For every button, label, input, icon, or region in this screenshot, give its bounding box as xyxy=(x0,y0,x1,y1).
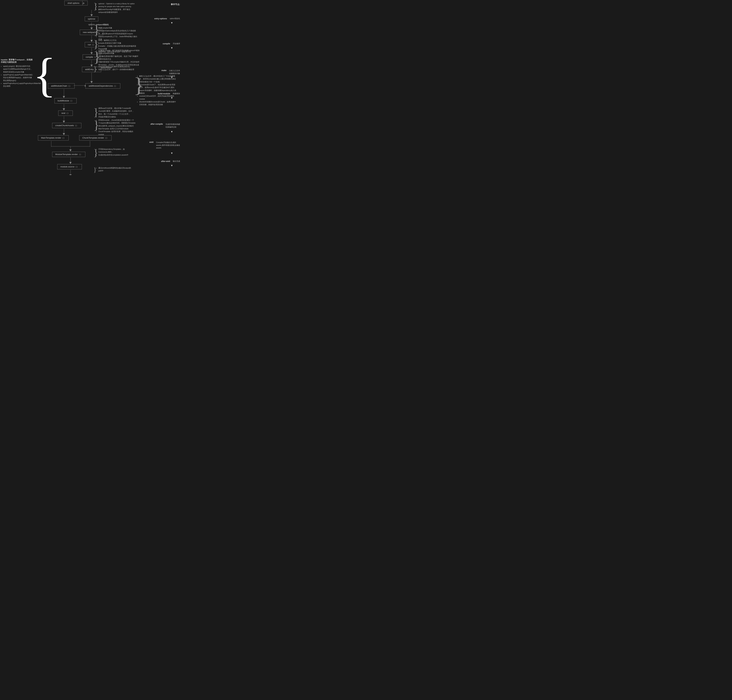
event-val-compile: 开始编译 xyxy=(173,43,180,45)
desc-webpack: webpack初始化 构建compiler对象 WebpackOptionsAp… xyxy=(96,24,139,41)
moduletemplate-box: ModuleTemplate.render（） xyxy=(52,152,85,157)
shell-options-box: shell options xyxy=(64,1,82,6)
arrow-10 xyxy=(63,133,65,135)
arrow-9 xyxy=(63,121,65,123)
vline-10 xyxy=(64,129,64,134)
event-emit: emit Compiler开始输出生成的assets,插件有最后的机会修改ass… xyxy=(149,141,180,149)
buildmodule-box: buildModule（） xyxy=(54,98,77,103)
event-after-compile: after-compile 完成所有模块构建结束编译过程 xyxy=(150,123,180,128)
desc-addentry: compile中触发make事件并调用addEntry 找到入口js文件，进行下… xyxy=(96,65,134,71)
addmodulechain-box: addModuleChain（） xyxy=(48,83,75,88)
event-key-entry: entry-options xyxy=(154,18,167,20)
desc-moduletemplate: 不同的dependencyTemplates，如CommonJs,AMD... … xyxy=(96,148,134,156)
vline-8 xyxy=(64,104,64,109)
chunktemplate-box: ChunkTemplate.render（） xyxy=(79,135,112,141)
tapable-item-3: applyPluginsAsync(),applyPluginsAsyncWat… xyxy=(3,82,33,88)
event-compile: compile 开始编译 xyxy=(163,43,180,45)
arrow-6 xyxy=(90,81,93,83)
arrow-13 xyxy=(69,174,72,175)
arrow-event-5: ▼ xyxy=(171,130,173,133)
desc-addmoduledep: 解析入口js文件，通过对应的工厂方法创建模块，保存到compilation象上(… xyxy=(137,75,177,106)
event-key-aftercompile: after-compile xyxy=(150,123,163,125)
big-left-brace: { xyxy=(33,51,56,99)
event-key-emit: emit xyxy=(149,141,153,143)
tapable-block: tapable: 贯穿整个webpack，实现插件绑定与调用的库 apply()… xyxy=(1,59,33,88)
events-title: 事件节点: xyxy=(171,3,180,6)
event-entry-options: entry-options option初始化 xyxy=(154,17,180,20)
arrow-event-1: ▼ xyxy=(171,21,173,24)
arrow-4 xyxy=(90,52,93,54)
arrow-7 xyxy=(63,96,65,98)
optimist-box: optimist xyxy=(85,16,98,21)
desc-optimist: optimist：Optimist is a node.js library f… xyxy=(96,2,137,14)
arrow-11 xyxy=(69,149,72,151)
event-key-compile: compile xyxy=(163,43,170,45)
arrow-event-4: ▼ xyxy=(171,97,173,100)
event-val-entry: option初始化 xyxy=(169,17,180,20)
tapable-item-1: apply(),plugin(): 通过各自插件中的apply方法调用tapab… xyxy=(3,65,33,74)
event-val-emit: Compiler开始输出生成的assets,插件有最后的机会修改assets xyxy=(156,141,180,149)
arrow-2 xyxy=(90,28,93,29)
main-container: webpack.config.js shell options } optimi… xyxy=(0,0,183,7)
desc-modulesource: 通过emitAssets将最终的js输出到output的path中 xyxy=(96,166,134,172)
event-build-module: build-module 构建模块 xyxy=(158,93,180,95)
addmoduledependencies-box: addModuleDependencies（） xyxy=(85,83,120,88)
tapable-item-2: applyPlugins(),applyPluginsWaterfall(): … xyxy=(3,74,33,82)
event-make: make 分析入口文件创建模块对象 xyxy=(161,69,180,75)
vline-7 xyxy=(64,89,64,97)
desc-seal: 调用seal方法封装，逐次对每个module和chunk进行整理，生成编译后的源… xyxy=(96,107,134,118)
desc-chunkassets: 所有的module，chunk仍然保存的是通过一个个require()聚合起来的… xyxy=(96,119,136,136)
vline-9 xyxy=(64,116,64,121)
event-key-make: make xyxy=(161,69,166,72)
arrow-8 xyxy=(63,108,65,110)
arrow-event-7: ▼ xyxy=(171,164,173,167)
event-key-buildmodule: build-module xyxy=(158,93,170,95)
hline-connect xyxy=(51,146,90,147)
arrow-event-3: ▼ xyxy=(171,76,173,79)
maintemplate-box: MainTemplate.render（） xyxy=(38,135,69,141)
arrow-event-2: ▼ xyxy=(171,47,173,50)
event-val-make: 分析入口文件创建模块对象 xyxy=(169,69,180,75)
event-val-aftercompile: 完成所有模块构建结束编译过程 xyxy=(165,123,180,128)
createchunkassets-box: createChunkAssets（） xyxy=(52,123,81,128)
arrow-3 xyxy=(90,40,93,42)
tapable-title: tapable: 贯穿整个webpack，实现插件绑定与调用的库 xyxy=(1,59,33,63)
seal-box: seal（） xyxy=(58,110,73,116)
arrow-1 xyxy=(90,14,93,16)
arrow-5 xyxy=(90,65,93,67)
arrow-12 xyxy=(69,162,72,164)
event-val-buildmodule: 构建模块 xyxy=(173,93,180,95)
arrow-event-6: ▼ xyxy=(171,152,173,155)
event-val-afteremit: 输出完成 xyxy=(173,160,180,162)
event-key-afteremit: after-emit xyxy=(161,160,170,162)
event-after-emit: after-emit 输出完成 xyxy=(161,160,180,162)
modulesource-box: module.source（） xyxy=(57,164,82,169)
